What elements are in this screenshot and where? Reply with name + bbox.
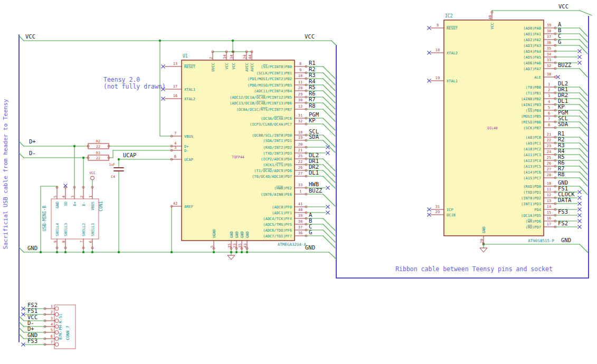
wire bbox=[19, 141, 24, 146]
con1-pin-3-name: D+ bbox=[73, 202, 77, 206]
con1-pin-9-name: SHELL4 bbox=[55, 223, 60, 236]
ic2-pin-14-name: PD4 bbox=[534, 208, 541, 212]
net-label-r7: R7 bbox=[309, 96, 316, 102]
net-label-gnd-left: GND bbox=[27, 245, 37, 251]
ic2-pin-16-num: 16 bbox=[547, 216, 551, 221]
con1-pin-8-num: 8 bbox=[62, 241, 66, 243]
net-label-fs2: FS2 bbox=[558, 220, 568, 226]
wire bbox=[323, 230, 335, 242]
u1-pin-9-num: 9 bbox=[299, 68, 301, 72]
ic2-pin-29-num: 29 bbox=[435, 210, 440, 214]
u1-pin-43-name: GND bbox=[245, 231, 250, 238]
r2-ref: R2 bbox=[96, 139, 100, 143]
ic2-pin-40-name: VCC bbox=[490, 23, 495, 30]
u1-pin-23-num: 23 bbox=[233, 244, 237, 248]
u1-pin-38-num: 38 bbox=[298, 219, 302, 224]
u1-pin-35-num: 35 bbox=[238, 244, 242, 248]
u1-pin-9-name: (SCLK/PCINT1)PB1 bbox=[257, 71, 292, 75]
u1-pin-21-num: 21 bbox=[298, 148, 302, 152]
u1-pin-35-name: GND bbox=[240, 231, 244, 238]
junction-dot bbox=[56, 251, 58, 253]
c4-ref: C4 bbox=[111, 175, 115, 179]
u1-pin-24-num: 24 bbox=[243, 55, 247, 59]
u1-pin-31-num: 31 bbox=[298, 113, 302, 118]
wire bbox=[323, 218, 335, 231]
wire bbox=[329, 252, 336, 259]
r3-ref: R3 bbox=[96, 151, 100, 155]
u1-pin-22-num: 22 bbox=[298, 160, 302, 164]
u1-pin-34-num: 34 bbox=[230, 55, 234, 59]
conn7-pin-circle bbox=[55, 337, 59, 341]
c4-value: 1uF bbox=[109, 162, 115, 167]
ic2-pin-38-num: 38 bbox=[547, 29, 551, 33]
wire bbox=[323, 165, 335, 177]
junction-dot bbox=[246, 251, 248, 253]
ic2-pin-3-name: (AIN0)PB2 bbox=[521, 97, 541, 101]
ic2-pin-33-name: (AD6)PA6 bbox=[523, 61, 541, 65]
u1-pin-11-num: 11 bbox=[298, 80, 302, 84]
ic2-pin-10-num: 10 bbox=[547, 181, 551, 186]
u1-pin-32-name: (ICP3/CLK0/OC4A)PC7 bbox=[250, 122, 292, 127]
conn7-pin-3-num: 3 bbox=[51, 317, 53, 321]
ic2-pin-13-num: 13 bbox=[547, 199, 551, 203]
ic2-pin-26-num: 26 bbox=[547, 161, 551, 166]
ic2-pin-30-name: ALE bbox=[534, 75, 541, 80]
wire bbox=[323, 224, 335, 236]
net-label-g: G bbox=[309, 229, 312, 235]
junction-dot bbox=[40, 251, 42, 253]
u1-pin-5-num: 5 bbox=[210, 246, 214, 248]
u1-pin-11-name: (PDO/MISO/PCINT3)PB3 bbox=[248, 83, 292, 88]
ic2-pin-32-num: 32 bbox=[547, 64, 551, 68]
wire bbox=[323, 124, 335, 136]
u1-pin-16-name: XTAL2 bbox=[184, 97, 195, 101]
u1-pin-8-name: (SS/PCINT0)PB0 bbox=[261, 65, 292, 69]
con1-pin-2-num: 2 bbox=[80, 196, 84, 198]
u1-pin-28-name: (ADC11/PCINT4)PB4 bbox=[254, 89, 292, 93]
wire bbox=[323, 66, 335, 79]
schematic-canvas: VCCVCCVCCGNDGNDGNDD+D-UCAPTeensy 2.0(not… bbox=[0, 0, 597, 364]
u1-pin-6-name: UCAP bbox=[184, 158, 193, 162]
net-label-sda: SDA bbox=[558, 121, 568, 127]
ic2-pin-25-num: 25 bbox=[547, 156, 551, 160]
con1-value: USB-MINI-B bbox=[42, 206, 47, 231]
u1-pin-16-num: 16 bbox=[173, 94, 177, 98]
ic2-pin-1-num: 1 bbox=[548, 82, 550, 87]
u1-pin-20-name: (RXD/INT2)PD2 bbox=[263, 146, 292, 150]
ic2-pin-10-name: (RXD)PD0 bbox=[523, 185, 541, 189]
net-label-kp: KP bbox=[309, 117, 316, 123]
u1-pin-33-num: 33 bbox=[298, 183, 302, 187]
u1-pin-32-num: 32 bbox=[298, 119, 302, 123]
ic2-pin-9-num: 9 bbox=[437, 23, 439, 27]
u1-pin-25-num: 25 bbox=[298, 154, 302, 158]
con1-pin-6-num: 6 bbox=[89, 241, 93, 243]
ic2-pin-25-name: (A12)PC4 bbox=[523, 159, 541, 163]
ic2-pin-19-num: 19 bbox=[435, 76, 440, 80]
junction-dot bbox=[118, 251, 120, 253]
r3-value: 22 bbox=[96, 156, 100, 160]
ic2-pin-27-name: (A14)PC6 bbox=[523, 170, 541, 175]
net-label-r8: R8 bbox=[558, 171, 565, 177]
ic2-pin-4-name: (AIN1)PB3 bbox=[521, 103, 541, 107]
con1-pin-7-num: 7 bbox=[80, 241, 84, 243]
u1-pin-14-name: VCC bbox=[225, 63, 229, 70]
ic2-pin-36-num: 36 bbox=[547, 41, 551, 45]
net-label-vcc-left: VCC bbox=[25, 33, 35, 40]
ic2-pin-27-num: 27 bbox=[547, 167, 551, 171]
u1-pin-33-name: (HWB)PE2 bbox=[274, 186, 292, 190]
u1-pin-30-name: (ADC13/OC1B/OC4B/PCINT13)PB6 bbox=[230, 101, 292, 106]
ic2-pin-12-num: 12 bbox=[547, 193, 551, 197]
ic2-pin-14-num: 14 bbox=[547, 205, 551, 209]
ic2-pin-6-num: 6 bbox=[548, 111, 550, 116]
u1-pin-42-num: 42 bbox=[173, 202, 177, 206]
conn7-pin-circle bbox=[55, 343, 59, 347]
ic2-pin-7-name: (MISO)PB6 bbox=[521, 120, 541, 124]
ic2-pin-18-num: 18 bbox=[435, 48, 440, 52]
net-label-gnd-mid: GND bbox=[305, 244, 315, 251]
u1-pin-41-num: 41 bbox=[298, 202, 302, 206]
ic2-pin-29-name: OC1B bbox=[447, 213, 456, 217]
u1-pin-36-name: (ADC7/TDI)PF7 bbox=[263, 234, 292, 238]
u1-pin-4-name: D+ bbox=[184, 145, 188, 149]
junction-dot bbox=[64, 251, 67, 253]
wire bbox=[19, 247, 24, 252]
wire bbox=[580, 69, 587, 77]
